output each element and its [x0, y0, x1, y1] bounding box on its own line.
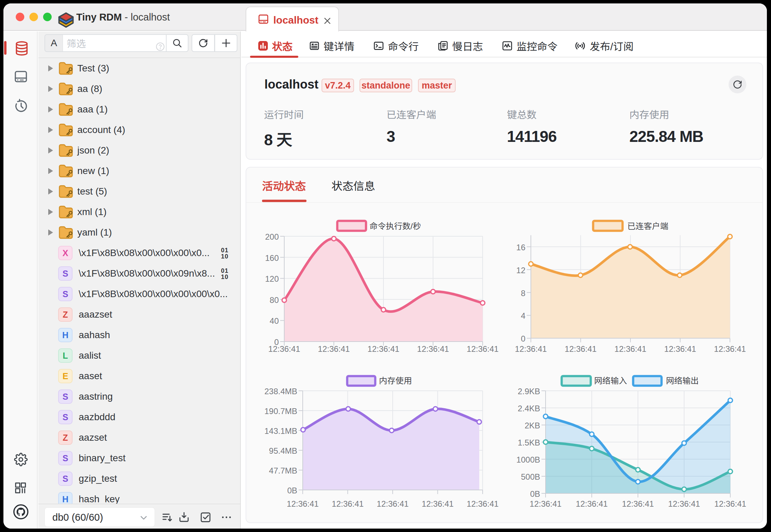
- svg-text:200: 200: [265, 232, 279, 241]
- svg-text:12: 12: [516, 266, 525, 275]
- svg-text:190.7MB: 190.7MB: [264, 407, 297, 416]
- svg-text:160: 160: [265, 253, 279, 263]
- svg-text:40: 40: [270, 316, 279, 325]
- svg-text:12:36:41: 12:36:41: [576, 499, 607, 508]
- svg-text:238.4MB: 238.4MB: [264, 387, 297, 396]
- svg-text:12:36:41: 12:36:41: [417, 344, 449, 354]
- svg-text:12:36:41: 12:36:41: [467, 344, 498, 354]
- svg-text:95.4MB: 95.4MB: [269, 446, 297, 455]
- svg-text:16: 16: [516, 243, 525, 252]
- svg-text:已连客户端: 已连客户端: [627, 222, 668, 231]
- svg-text:1000B: 1000B: [517, 455, 540, 464]
- svg-text:12:36:41: 12:36:41: [377, 499, 408, 508]
- svg-text:2KB: 2KB: [525, 421, 540, 430]
- svg-text:500B: 500B: [521, 472, 540, 481]
- svg-text:12:36:41: 12:36:41: [287, 499, 318, 508]
- svg-text:命令执行数/秒: 命令执行数/秒: [369, 222, 421, 231]
- svg-text:8: 8: [521, 289, 525, 298]
- svg-text:12:36:41: 12:36:41: [664, 344, 696, 354]
- svg-text:网络输出: 网络输出: [666, 376, 699, 385]
- svg-text:47.7MB: 47.7MB: [269, 466, 297, 475]
- svg-text:0B: 0B: [287, 486, 297, 495]
- svg-text:12:36:41: 12:36:41: [268, 344, 300, 354]
- svg-text:12:36:41: 12:36:41: [614, 344, 646, 354]
- svg-text:120: 120: [265, 274, 279, 283]
- svg-text:12:36:41: 12:36:41: [714, 499, 746, 508]
- svg-text:80: 80: [270, 295, 279, 305]
- svg-text:0B: 0B: [530, 489, 540, 498]
- svg-text:12:36:41: 12:36:41: [467, 499, 498, 508]
- svg-text:12:36:41: 12:36:41: [318, 344, 350, 354]
- svg-text:2.9KB: 2.9KB: [518, 387, 540, 396]
- svg-text:12:36:41: 12:36:41: [367, 344, 399, 354]
- svg-text:12:36:41: 12:36:41: [668, 499, 700, 508]
- svg-text:网络输入: 网络输入: [594, 376, 627, 385]
- svg-text:0: 0: [521, 334, 525, 343]
- svg-text:12:36:41: 12:36:41: [530, 499, 561, 508]
- svg-text:12:36:41: 12:36:41: [332, 499, 364, 508]
- svg-text:12:36:41: 12:36:41: [565, 344, 597, 354]
- svg-text:12:36:41: 12:36:41: [422, 499, 454, 508]
- svg-text:12:36:41: 12:36:41: [622, 499, 654, 508]
- svg-text:143.1MB: 143.1MB: [264, 426, 297, 436]
- svg-text:12:36:41: 12:36:41: [714, 344, 746, 354]
- svg-text:1.5KB: 1.5KB: [518, 438, 540, 447]
- svg-text:12:36:41: 12:36:41: [515, 344, 547, 354]
- svg-text:4: 4: [521, 311, 525, 320]
- svg-text:内存使用: 内存使用: [379, 376, 412, 385]
- svg-text:2.4KB: 2.4KB: [518, 404, 540, 413]
